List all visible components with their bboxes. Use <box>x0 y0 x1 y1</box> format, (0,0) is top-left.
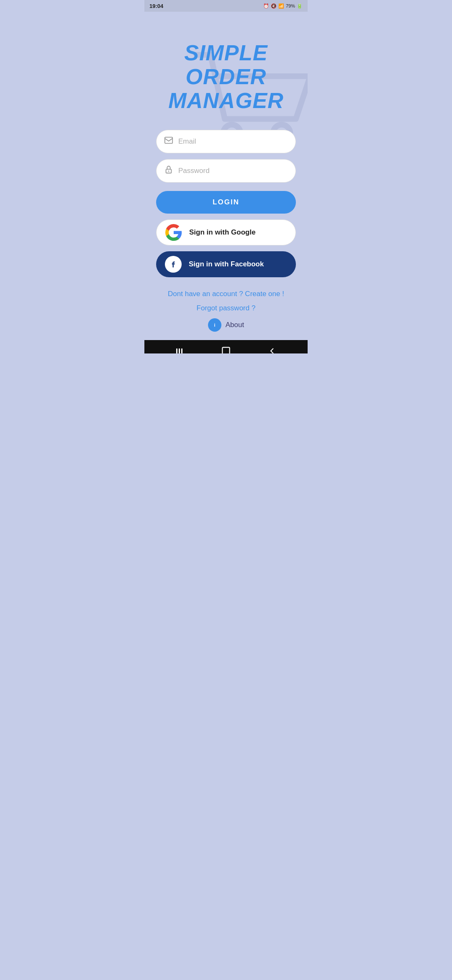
nav-menu-icon[interactable] <box>175 346 185 353</box>
forgot-password-link[interactable]: Forgot password ? <box>197 304 256 312</box>
nav-back-icon[interactable] <box>267 346 277 353</box>
alarm-icon: ⏰ <box>263 3 269 9</box>
svg-rect-8 <box>176 348 177 353</box>
nav-home-icon[interactable] <box>221 346 231 353</box>
login-form: LOGIN Sign in with Google <box>156 130 296 277</box>
about-icon: i <box>208 318 221 332</box>
facebook-signin-label: Sign in with Facebook <box>189 260 264 268</box>
svg-rect-9 <box>179 348 180 353</box>
battery-icon: 🔋 <box>297 3 303 9</box>
bottom-links: Dont have an account ? Create one ! Forg… <box>168 277 284 340</box>
google-signin-button[interactable]: Sign in with Google <box>156 219 296 245</box>
login-button[interactable]: LOGIN <box>156 191 296 214</box>
facebook-icon <box>164 255 182 273</box>
lock-icon <box>164 165 173 176</box>
email-input-container <box>156 130 296 153</box>
google-signin-label: Sign in with Google <box>189 228 256 237</box>
mute-icon: 🔇 <box>271 3 277 9</box>
wifi-icon: 📶 <box>278 3 284 9</box>
email-field[interactable] <box>178 137 288 146</box>
svg-rect-2 <box>165 137 172 144</box>
facebook-signin-button[interactable]: Sign in with Facebook <box>156 251 296 277</box>
google-icon <box>165 224 182 241</box>
password-input-container <box>156 159 296 183</box>
email-icon <box>164 136 173 147</box>
app-title-line2: ORDER <box>168 65 284 89</box>
password-field[interactable] <box>178 167 288 175</box>
nav-bar <box>144 340 308 353</box>
about-button[interactable]: i About <box>208 318 244 332</box>
app-title-line3: MANAGER <box>168 89 284 113</box>
main-content: SIMPLE ORDER MANAGER <box>144 12 308 340</box>
status-icons: ⏰ 🔇 📶 79% 🔋 <box>263 3 303 9</box>
svg-rect-11 <box>222 347 229 353</box>
app-title: SIMPLE ORDER MANAGER <box>168 41 284 113</box>
create-account-link[interactable]: Dont have an account ? Create one ! <box>168 290 284 298</box>
svg-rect-10 <box>181 348 182 353</box>
svg-text:i: i <box>214 322 215 327</box>
about-label: About <box>226 321 244 329</box>
status-bar: 19:04 ⏰ 🔇 📶 79% 🔋 <box>144 0 308 12</box>
battery-text: 79% <box>286 3 295 8</box>
svg-point-4 <box>168 170 170 172</box>
app-title-line1: SIMPLE <box>168 41 284 65</box>
status-time: 19:04 <box>149 3 163 9</box>
